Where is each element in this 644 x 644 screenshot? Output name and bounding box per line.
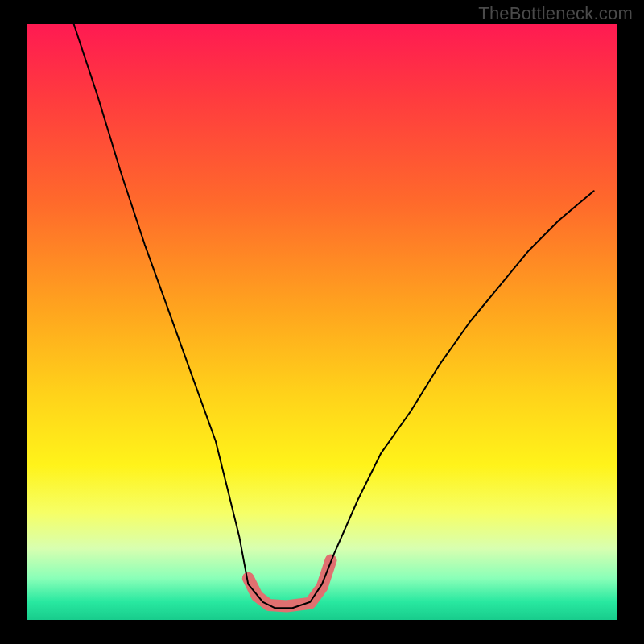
plot-background <box>27 24 617 620</box>
bottleneck-chart <box>0 0 644 644</box>
watermark-text: TheBottleneck.com <box>478 3 633 24</box>
